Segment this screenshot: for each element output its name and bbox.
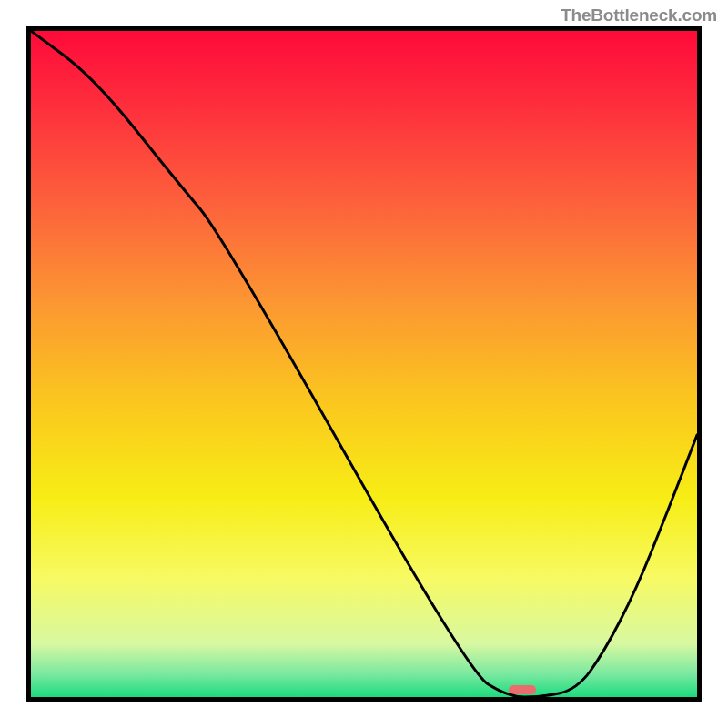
valley-highlight — [509, 685, 536, 694]
background-rect — [31, 31, 697, 697]
plot-svg — [31, 31, 697, 697]
watermark-text: TheBottleneck.com — [561, 5, 717, 25]
chart-root: TheBottleneck.com — [0, 0, 728, 728]
chart-frame — [26, 26, 702, 702]
